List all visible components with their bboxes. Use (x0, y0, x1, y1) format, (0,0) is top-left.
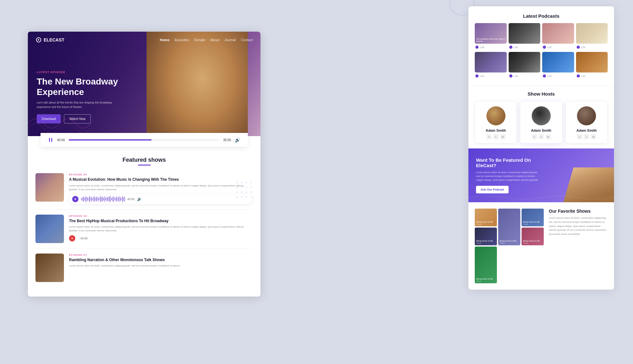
fav-section-title: Our Favorite Shows (549, 209, 608, 214)
podcast-7-play-dot[interactable] (543, 74, 546, 78)
player-time-end: 35:00 (223, 138, 231, 142)
svg-point-7 (236, 187, 238, 188)
ep1-duration: 42:02 (128, 198, 135, 201)
podcast-2-play-dot[interactable] (509, 46, 512, 49)
fav-item-1[interactable]: Bring music to life Shows (475, 209, 497, 226)
fav-item-6[interactable]: Bring music to life Shows (475, 247, 497, 283)
podcast-item-7[interactable]: 1:30 (542, 52, 574, 79)
svg-point-12 (241, 191, 242, 193)
host-name-1: Adam Smith (478, 129, 513, 132)
fav-item-bg-4: Bring music to life Shows (475, 228, 497, 245)
podcast-8-play-dot[interactable] (577, 74, 580, 78)
host3-facebook-icon[interactable]: f (577, 134, 582, 139)
host3-twitter-icon[interactable]: t (584, 134, 589, 139)
logo-icon (35, 37, 42, 43)
fav-item-5[interactable]: Bring music to life Shows (522, 228, 544, 245)
fav-item-bg-1: Bring music to life Shows (475, 209, 497, 226)
waveform-bar (111, 198, 112, 200)
podcast-item-1[interactable]: The sweetest music this side of heaven 1… (475, 23, 507, 50)
fav-item-bg-5: Bring music to life Shows (522, 228, 544, 245)
waveform-bar (107, 197, 107, 201)
podcast-7-duration: 1:30 (547, 75, 552, 77)
podcast-1-duration: 1:30 (480, 46, 484, 48)
podcast-4-play-row: 1:30 (577, 46, 607, 49)
waveform-bar (103, 198, 104, 201)
svg-point-11 (236, 191, 238, 193)
host3-instagram-icon[interactable]: in (591, 134, 596, 139)
episode-desc-2: Lorem ipsum dolor sit amet, consectetur … (69, 225, 253, 233)
episode-label-1: EPISODE 05 (69, 173, 253, 176)
host1-facebook-icon[interactable]: f (486, 134, 492, 139)
watch-button[interactable]: Watch Now (64, 114, 91, 123)
nav-about[interactable]: About (210, 38, 219, 42)
podcast-3-play-row: 1:30 (543, 46, 573, 49)
podcast-3-duration: 1:30 (547, 46, 552, 48)
host-avatar-3 (577, 106, 596, 125)
podcast-5-play-dot[interactable] (475, 74, 479, 78)
svg-point-8 (241, 187, 242, 188)
nav-donate[interactable]: Donate (194, 38, 205, 42)
dot-decoration-1 (234, 179, 259, 205)
host1-instagram-icon[interactable]: in (500, 134, 505, 139)
nav-contact[interactable]: Contact (241, 38, 253, 42)
episode-thumb-2 (35, 215, 64, 243)
waveform-bar (100, 196, 101, 202)
fav-item-3[interactable]: Bring music to life Shows (522, 209, 544, 226)
fav-label-3: Bring music to life (523, 221, 542, 223)
fav-count-3: Shows (523, 223, 542, 225)
cta-content: Want To Be Featured On EleCast? Lorem ip… (476, 157, 539, 193)
fav-count-2: Shows (500, 242, 519, 244)
podcast-8-info: 1:30 (576, 72, 608, 79)
ep1-play-btn[interactable] (72, 196, 78, 202)
podcast-item-4[interactable]: 1:30 (576, 23, 608, 50)
podcast-item-8[interactable]: 1:30 (576, 52, 608, 79)
svg-rect-0 (49, 138, 50, 142)
fav-description: Lorem ipsum dolor sit amet, consectetur … (549, 216, 608, 236)
svg-point-14 (251, 191, 252, 193)
waveform-bar (110, 196, 110, 202)
svg-rect-1 (51, 138, 52, 142)
nav-journal[interactable]: Journal (224, 38, 236, 42)
episode-time-row-2: 42:00 (69, 235, 253, 242)
fav-grid: Bring music to life Shows Bring music to… (475, 209, 544, 283)
episode-desc-1: Lorem ipsum dolor sit amet, consectetur … (69, 184, 253, 191)
svg-point-4 (241, 182, 242, 183)
ep2-play-btn[interactable] (69, 235, 75, 242)
host-card-2: Adam Smith f t in (520, 101, 562, 143)
pause-icon[interactable] (48, 137, 53, 142)
fav-label-5: Bring music to life (523, 240, 542, 242)
podcast-item-6[interactable]: 1:30 (509, 52, 541, 79)
podcast-item-3[interactable]: 1:30 (542, 23, 574, 50)
host-social-3: f t in (569, 134, 604, 139)
host-name-2: Adam Smith (523, 129, 559, 132)
podcast-6-play-dot[interactable] (509, 74, 512, 78)
podcast-5-duration: 1:30 (480, 75, 484, 77)
waveform-bar (82, 197, 83, 201)
nav-home[interactable]: Home (160, 38, 170, 42)
podcast-item-2[interactable]: 1:30 (509, 23, 541, 50)
host1-twitter-icon[interactable]: t (493, 134, 498, 139)
podcast-4-play-dot[interactable] (577, 46, 580, 49)
download-button[interactable]: Download (37, 114, 61, 123)
host2-facebook-icon[interactable]: f (532, 134, 537, 139)
episode-content-2: EPISODE 06 The Best HipHop Musical Produ… (69, 215, 253, 243)
left-panel: ELECAST Home Episodes Donate About Journ… (28, 32, 260, 297)
cta-title: Want To Be Featured On EleCast? (476, 157, 539, 168)
host2-instagram-icon[interactable]: in (546, 134, 551, 139)
podcast-item-5[interactable]: 1:30 (475, 52, 507, 79)
fav-item-bg-3: Bring music to life Shows (522, 209, 544, 226)
hero-section: ELECAST Home Episodes Donate About Journ… (28, 32, 260, 136)
podcast-3-info: 1:30 (542, 44, 574, 50)
nav-episodes[interactable]: Episodes (175, 38, 189, 42)
host2-twitter-icon[interactable]: t (539, 134, 544, 139)
fav-item-2[interactable]: Bring music to life Shows (498, 209, 520, 245)
podcast-5-info: 1:30 (475, 72, 507, 79)
fav-item-4[interactable]: Bring music to life Shows (475, 228, 497, 245)
logo-text: ELECAST (44, 37, 64, 42)
podcast-3-play-dot[interactable] (543, 46, 546, 49)
player-progress-bar[interactable] (69, 139, 219, 141)
podcast-1-play-dot[interactable] (475, 46, 479, 49)
host-social-2: f t in (523, 134, 559, 139)
cta-join-button[interactable]: Join Our Podcast (476, 186, 509, 193)
volume-icon[interactable]: 🔊 (235, 137, 240, 142)
